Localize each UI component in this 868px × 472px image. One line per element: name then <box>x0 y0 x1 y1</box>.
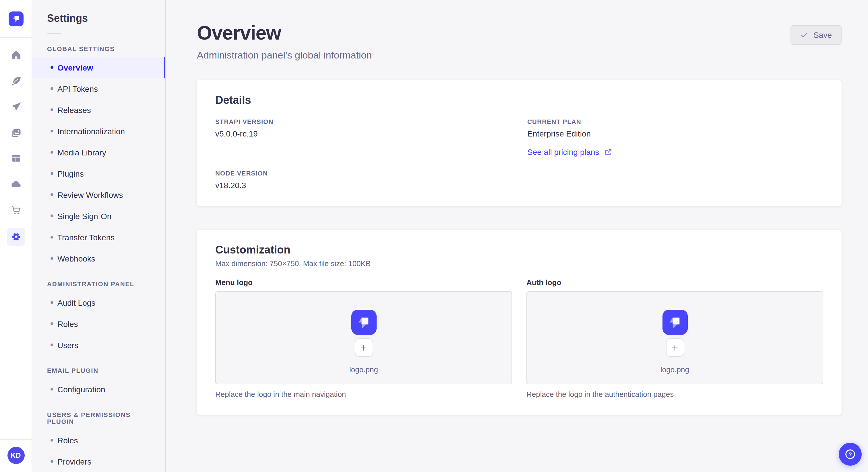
page-title: Overview <box>197 22 372 44</box>
users-permissions-list: Roles Providers <box>32 430 165 472</box>
node-version-value: v18.20.3 <box>215 181 511 190</box>
sidebar-item-internationalization[interactable]: Internationalization <box>32 121 165 142</box>
page-header: Overview Administration panel's global i… <box>197 0 842 61</box>
sidebar-item-review-workflows[interactable]: Review Workflows <box>32 184 165 205</box>
strapi-version-field: STRAPI VERSION v5.0.0-rc.19 <box>215 118 511 157</box>
sidebar-item-single-sign-on[interactable]: Single Sign-On <box>32 205 165 227</box>
sidebar-item-webhooks[interactable]: Webhooks <box>32 248 165 269</box>
menu-logo-filename: logo.png <box>349 365 378 374</box>
images-icon[interactable] <box>10 127 22 138</box>
main-content: Overview Administration panel's global i… <box>166 0 868 472</box>
section-global-settings: GLOBAL SETTINGS <box>47 45 150 52</box>
global-settings-list: Overview API Tokens Releases Internation… <box>32 57 165 269</box>
strapi-version-value: v5.0.0-rc.19 <box>215 129 511 138</box>
pricing-plans-link-label: See all pricing plans <box>527 147 599 157</box>
details-card: Details STRAPI VERSION v5.0.0-rc.19 CURR… <box>197 80 842 206</box>
app-root: KD Settings GLOBAL SETTINGS Overview API… <box>0 0 868 472</box>
cloud-icon[interactable] <box>10 178 22 190</box>
auth-logo-input: Auth logo logo.png Replace the logo in t… <box>526 278 823 399</box>
strapi-version-label: STRAPI VERSION <box>215 118 511 125</box>
menu-logo-hint: Replace the logo in the main navigation <box>215 390 512 399</box>
sidebar-item-audit-logs[interactable]: Audit Logs <box>32 292 165 313</box>
node-version-field: NODE VERSION v18.20.3 <box>215 170 511 190</box>
rail-footer: KD <box>0 439 32 472</box>
menu-logo-label: Menu logo <box>215 278 512 287</box>
customization-heading: Customization <box>215 244 823 256</box>
rail-icon-list <box>7 49 25 246</box>
auth-logo-dropzone[interactable]: logo.png <box>526 291 823 384</box>
customization-constraints: Max dimension: 750×750, Max file size: 1… <box>215 259 823 268</box>
settings-subnav: Settings GLOBAL SETTINGS Overview API To… <box>32 0 166 472</box>
menu-logo-dropzone[interactable]: logo.png <box>215 291 512 384</box>
node-version-label: NODE VERSION <box>215 170 511 177</box>
sidebar-item-overview[interactable]: Overview <box>32 57 165 78</box>
current-plan-label: CURRENT PLAN <box>527 118 823 125</box>
sidebar-item-api-tokens[interactable]: API Tokens <box>32 78 165 99</box>
plus-icon <box>671 343 679 352</box>
current-plan-value: Enterprise Edition <box>527 129 823 138</box>
administration-panel-list: Audit Logs Roles Users <box>32 292 165 356</box>
save-button-label: Save <box>813 30 832 40</box>
subnav-title: Settings <box>47 12 165 25</box>
section-email-plugin: EMAIL PLUGIN <box>47 367 150 374</box>
email-plugin-list: Configuration <box>32 378 165 400</box>
section-users-permissions-plugin: USERS & PERMISSIONS PLUGIN <box>47 411 150 425</box>
help-button[interactable]: ? <box>839 443 862 466</box>
home-icon[interactable] <box>10 49 22 61</box>
cart-icon[interactable] <box>10 204 22 216</box>
add-logo-button[interactable] <box>354 338 373 357</box>
settings-active-tile[interactable] <box>7 228 25 246</box>
sidebar-item-transfer-tokens[interactable]: Transfer Tokens <box>32 227 165 248</box>
sidebar-item-configuration[interactable]: Configuration <box>32 378 165 400</box>
customization-card: Customization Max dimension: 750×750, Ma… <box>197 230 842 415</box>
details-heading: Details <box>215 94 823 107</box>
save-button[interactable]: Save <box>790 25 842 45</box>
gear-icon <box>10 231 22 243</box>
strapi-logo-icon <box>8 11 23 26</box>
auth-logo-hint: Replace the logo in the authentication p… <box>526 390 823 399</box>
sidebar-item-up-roles[interactable]: Roles <box>32 430 165 451</box>
auth-logo-filename: logo.png <box>660 365 689 374</box>
strapi-logo-icon <box>351 310 376 335</box>
paper-plane-icon[interactable] <box>10 101 22 112</box>
check-icon <box>800 31 808 39</box>
user-avatar[interactable]: KD <box>7 447 24 464</box>
feather-icon[interactable] <box>10 75 22 87</box>
auth-logo-label: Auth logo <box>526 278 823 287</box>
sidebar-item-releases[interactable]: Releases <box>32 99 165 121</box>
logo-grid: Menu logo logo.png Replace the logo in t… <box>215 278 823 399</box>
add-logo-button[interactable] <box>665 338 684 357</box>
svg-text:?: ? <box>848 451 852 458</box>
plus-icon <box>360 343 368 352</box>
external-link-icon <box>604 148 612 156</box>
sidebar-item-roles[interactable]: Roles <box>32 313 165 334</box>
divider <box>47 33 61 34</box>
sidebar-item-up-providers[interactable]: Providers <box>32 451 165 472</box>
menu-logo-input: Menu logo logo.png Replace the logo in t… <box>215 278 512 399</box>
strapi-logo-icon <box>662 310 687 335</box>
current-plan-field: CURRENT PLAN Enterprise Edition See all … <box>527 118 823 157</box>
layout-icon[interactable] <box>10 153 22 164</box>
pricing-plans-link[interactable]: See all pricing plans <box>527 147 612 157</box>
sidebar-item-users[interactable]: Users <box>32 334 165 356</box>
details-fields: STRAPI VERSION v5.0.0-rc.19 CURRENT PLAN… <box>215 118 823 190</box>
sidebar-item-plugins[interactable]: Plugins <box>32 163 165 184</box>
section-administration-panel: ADMINISTRATION PANEL <box>47 280 150 287</box>
workspace-logo-button[interactable] <box>0 0 32 38</box>
icon-rail: KD <box>0 0 32 472</box>
page-subtitle: Administration panel's global informatio… <box>197 50 372 61</box>
sidebar-item-media-library[interactable]: Media Library <box>32 142 165 163</box>
question-icon: ? <box>844 448 857 461</box>
